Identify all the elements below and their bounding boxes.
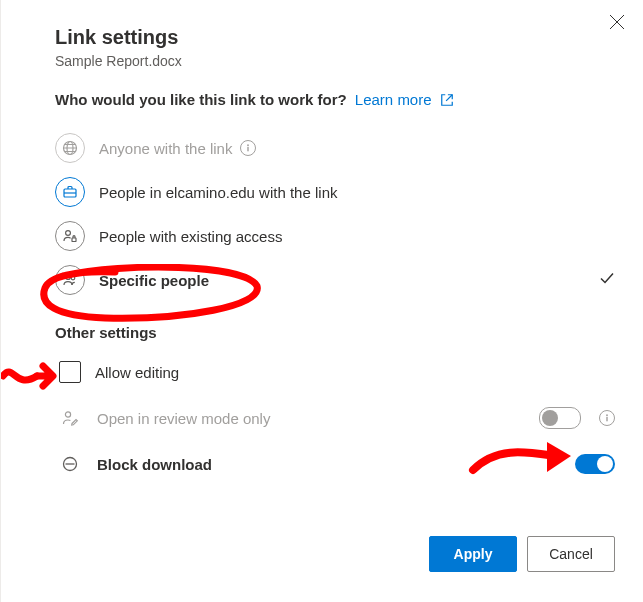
link-settings-panel: Link settings Sample Report.docx Who wou… [0, 0, 643, 602]
setting-review-mode: Open in review mode only [55, 395, 615, 441]
close-button[interactable] [609, 14, 625, 30]
prompt-text: Who would you like this link to work for… [55, 91, 347, 108]
svg-rect-6 [72, 238, 76, 242]
block-download-toggle[interactable] [575, 454, 615, 474]
svg-point-9 [65, 412, 70, 417]
svg-point-5 [66, 231, 71, 236]
globe-icon [55, 133, 85, 163]
learn-more-link[interactable]: Learn more [355, 91, 454, 108]
svg-point-2 [248, 144, 250, 146]
option-label: Anyone with the link [99, 140, 232, 157]
learn-more-label: Learn more [355, 91, 432, 108]
option-label: Specific people [99, 272, 209, 289]
other-settings-heading: Other settings [55, 324, 615, 341]
briefcase-icon [55, 177, 85, 207]
svg-point-8 [71, 276, 75, 280]
annotation-arrow-checkbox [1, 356, 61, 396]
external-link-icon [436, 91, 454, 108]
option-organization[interactable]: People in elcamino.edu with the link [55, 170, 615, 214]
option-existing-access[interactable]: People with existing access [55, 214, 615, 258]
svg-point-10 [606, 414, 608, 416]
person-edit-icon [59, 409, 81, 427]
option-label: People in elcamino.edu with the link [99, 184, 337, 201]
audience-options: Anyone with the link People in elcamino.… [55, 126, 615, 302]
option-specific-people[interactable]: Specific people [55, 258, 615, 302]
apply-button[interactable]: Apply [429, 536, 517, 572]
button-bar: Apply Cancel [429, 536, 615, 572]
cancel-button[interactable]: Cancel [527, 536, 615, 572]
svg-rect-3 [248, 147, 249, 152]
svg-point-7 [66, 275, 71, 280]
info-icon[interactable] [240, 140, 256, 156]
filename-label: Sample Report.docx [55, 53, 615, 69]
people-icon [55, 265, 85, 295]
review-mode-toggle [539, 407, 581, 429]
option-anyone: Anyone with the link [55, 126, 615, 170]
allow-editing-checkbox[interactable] [59, 361, 81, 383]
option-label: People with existing access [99, 228, 282, 245]
people-lock-icon [55, 221, 85, 251]
setting-label: Allow editing [95, 364, 179, 381]
setting-allow-editing[interactable]: Allow editing [55, 349, 615, 395]
svg-rect-11 [606, 417, 607, 422]
setting-label: Open in review mode only [97, 410, 270, 427]
share-prompt: Who would you like this link to work for… [55, 91, 615, 108]
close-icon [609, 14, 625, 30]
block-icon [59, 455, 81, 473]
panel-title: Link settings [55, 26, 615, 49]
checkmark-icon [599, 270, 615, 290]
setting-label: Block download [97, 456, 212, 473]
info-icon[interactable] [599, 410, 615, 426]
setting-block-download[interactable]: Block download [55, 441, 615, 487]
